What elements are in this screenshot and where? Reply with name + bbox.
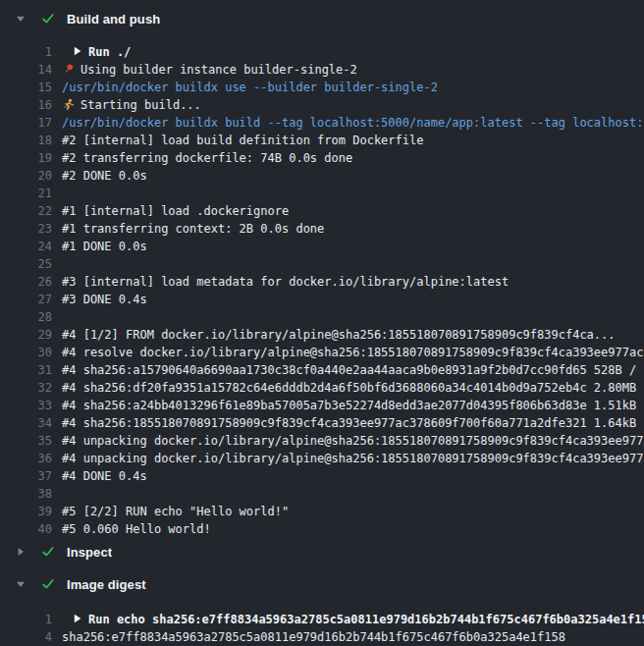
log-line: 37 #4 DONE 0.4s (0, 467, 644, 485)
runner-icon (62, 98, 75, 114)
line-number[interactable]: 32 (0, 379, 52, 397)
log-line: 24 #1 DONE 0.0s (0, 238, 644, 255)
line-content: #4 resolve docker.io/library/alpine@sha2… (52, 344, 644, 361)
line-number[interactable]: 16 (0, 96, 52, 114)
log-section-build-and-push: Build and push 1 Run ./ 14 Using builder… (0, 0, 644, 538)
line-content: #2 transferring dockerfile: 74B 0.0s don… (52, 149, 644, 167)
line-number[interactable]: 28 (0, 308, 52, 326)
line-text: #4 unpacking docker.io/library/alpine@sh… (62, 452, 644, 465)
line-number[interactable]: 1 (0, 43, 52, 61)
line-number[interactable]: 17 (0, 114, 52, 132)
log-line: 31 #4 sha256:a15790640a6690aa1730c38cf0a… (0, 361, 644, 379)
line-number[interactable]: 18 (0, 132, 52, 149)
line-content (52, 255, 644, 273)
log-line: 33 #4 sha256:a24bb4013296f61e89ba57005a7… (0, 397, 644, 414)
log-line: 28 (0, 308, 644, 326)
line-number[interactable]: 19 (0, 149, 52, 167)
log-line: 35 #4 unpacking docker.io/library/alpine… (0, 432, 644, 450)
check-icon (41, 577, 55, 591)
line-number[interactable]: 30 (0, 344, 52, 361)
line-number[interactable]: 22 (0, 202, 52, 220)
line-number[interactable]: 24 (0, 238, 52, 255)
line-text: #4 DONE 0.4s (62, 469, 147, 483)
log-line: 25 (0, 255, 644, 273)
play-icon[interactable] (74, 43, 81, 61)
line-number[interactable]: 20 (0, 167, 52, 185)
line-number[interactable]: 34 (0, 414, 52, 432)
line-number[interactable]: 33 (0, 397, 52, 414)
line-text: Run echo sha256:e7ff8834a5963a2785c5a081… (88, 613, 644, 626)
log-line: 36 #4 unpacking docker.io/library/alpine… (0, 450, 644, 467)
line-number[interactable]: 21 (0, 185, 52, 202)
line-content: #2 [internal] load build definition from… (52, 132, 644, 149)
line-content: #4 sha256:a24bb4013296f61e89ba57005a7b3e… (52, 397, 644, 414)
section-header-build-and-push[interactable]: Build and push (0, 0, 644, 37)
line-text: #4 sha256:185518070891758909c9f839cf4ca3… (62, 416, 644, 430)
line-number[interactable]: 23 (0, 220, 52, 238)
line-text: #2 transferring dockerfile: 74B 0.0s don… (62, 151, 352, 165)
line-content: #1 [internal] load .dockerignore (52, 202, 644, 220)
line-number[interactable]: 4 (0, 628, 52, 646)
line-text: #2 DONE 0.0s (62, 169, 147, 183)
log-line[interactable]: 1 Run ./ (0, 43, 644, 61)
line-content: #4 unpacking docker.io/library/alpine@sh… (52, 432, 644, 450)
log-line: 14 Using builder instance builder-single… (0, 61, 644, 79)
line-content (52, 308, 644, 326)
section-title: Inspect (67, 545, 112, 560)
line-number[interactable]: 40 (0, 520, 52, 538)
line-content: /usr/bin/docker buildx use --builder bui… (52, 79, 644, 96)
log-line: 23 #1 transferring context: 2B 0.0s done (0, 220, 644, 238)
log-line: 26 #3 [internal] load metadata for docke… (0, 273, 644, 291)
line-number[interactable]: 39 (0, 503, 52, 520)
log-line: 30 #4 resolve docker.io/library/alpine@s… (0, 344, 644, 361)
line-text: #2 [internal] load build definition from… (62, 134, 423, 147)
section-title: Image digest (67, 577, 146, 592)
log-line: 32 #4 sha256:df20fa9351a15782c64e6dddb2d… (0, 379, 644, 397)
line-number[interactable]: 14 (0, 61, 52, 79)
line-content: /usr/bin/docker buildx build --tag local… (52, 114, 644, 132)
log-line[interactable]: 1 Run echo sha256:e7ff8834a5963a2785c5a0… (0, 611, 644, 628)
line-text: #4 [1/2] FROM docker.io/library/alpine@s… (62, 328, 616, 342)
line-number[interactable]: 29 (0, 326, 52, 344)
line-content: #4 sha256:185518070891758909c9f839cf4ca3… (52, 414, 644, 432)
line-number[interactable]: 15 (0, 79, 52, 96)
check-icon (41, 12, 55, 26)
log-line: 18 #2 [internal] load build definition f… (0, 132, 644, 149)
chevron-down-icon (16, 14, 27, 24)
line-text: #4 sha256:df20fa9351a15782c64e6dddb2d4a6… (62, 381, 644, 395)
line-text: #5 [2/2] RUN echo "Hello world!" (62, 505, 289, 518)
line-text: #1 DONE 0.0s (62, 240, 147, 253)
line-content: Run ./ (52, 43, 644, 61)
log-line: 34 #4 sha256:185518070891758909c9f839cf4… (0, 414, 644, 432)
line-content: #1 transferring context: 2B 0.0s done (52, 220, 644, 238)
chevron-right-icon (16, 547, 27, 557)
section-header-inspect[interactable]: Inspect (0, 538, 644, 565)
log-lines: 1 Run echo sha256:e7ff8834a5963a2785c5a0… (0, 603, 644, 646)
line-content: Using builder instance builder-single-2 (52, 61, 644, 79)
line-content: sha256:e7ff8834a5963a2785c5a0811e979d16b… (52, 628, 644, 646)
line-text: /usr/bin/docker buildx build --tag local… (62, 116, 644, 130)
line-text: /usr/bin/docker buildx use --builder bui… (62, 81, 438, 94)
line-number[interactable]: 35 (0, 432, 52, 450)
play-icon[interactable] (74, 611, 81, 628)
pushpin-icon (62, 63, 75, 79)
log-line: 15 /usr/bin/docker buildx use --builder … (0, 79, 644, 96)
line-number[interactable]: 36 (0, 450, 52, 467)
chevron-down-icon (16, 579, 27, 589)
line-number[interactable]: 27 (0, 291, 52, 308)
log-line: 19 #2 transferring dockerfile: 74B 0.0s … (0, 149, 644, 167)
line-content: #4 DONE 0.4s (52, 467, 644, 485)
line-number[interactable]: 25 (0, 255, 52, 273)
line-number[interactable]: 26 (0, 273, 52, 291)
line-number[interactable]: 37 (0, 467, 52, 485)
workflow-log-sections: Build and push 1 Run ./ 14 Using builder… (0, 0, 644, 646)
log-line: 39 #5 [2/2] RUN echo "Hello world!" (0, 503, 644, 520)
line-text: #3 [internal] load metadata for docker.i… (62, 275, 509, 289)
line-content: #5 [2/2] RUN echo "Hello world!" (52, 503, 644, 520)
section-header-image-digest[interactable]: Image digest (0, 565, 644, 603)
line-number[interactable]: 1 (0, 611, 52, 628)
log-lines: 1 Run ./ 14 Using builder instance build… (0, 37, 644, 538)
line-number[interactable]: 31 (0, 361, 52, 379)
line-number[interactable]: 38 (0, 485, 52, 503)
log-line: 17 /usr/bin/docker buildx build --tag lo… (0, 114, 644, 132)
